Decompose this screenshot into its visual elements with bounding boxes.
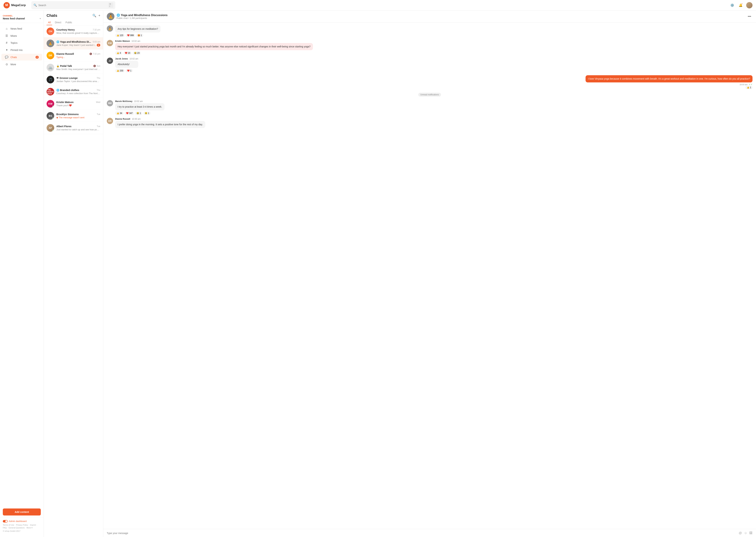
- globe-icon: 🌐: [116, 14, 120, 17]
- chat-more-button[interactable]: •••: [746, 14, 752, 19]
- tab-direct[interactable]: Direct: [54, 20, 63, 25]
- terms-link[interactable]: Terms of Use: [3, 524, 14, 526]
- chat-item-branded[interactable]: THENORTHFACE 🌐 Branded clothes Thu Court…: [44, 86, 103, 98]
- reaction[interactable]: ❤️ 23: [123, 51, 132, 55]
- muted-icon: 🔇: [89, 53, 92, 55]
- sidebar-item-topics[interactable]: # Topics: [1, 40, 42, 46]
- imprint-link[interactable]: Imprint: [30, 524, 36, 526]
- sidebar-item-more[interactable]: ⊙ More: [1, 61, 42, 68]
- avatar-image: DR: [47, 52, 54, 59]
- logo-area: M MegaCorp: [4, 2, 26, 8]
- sidebar-footer: Admin dashboard Terms of Use · Privacy P…: [0, 517, 44, 534]
- faq-link[interactable]: FAQ: [3, 527, 7, 529]
- chat-item-pedal[interactable]: 🚲 🔒 Pedal Talk 🔇 Sun Max Smith: Hey ever…: [44, 62, 103, 74]
- chat-item-yoga[interactable]: 🧘 🌐 Yoga and Mindfulness Di... 5:03 am J…: [44, 37, 103, 50]
- chat-name-row: Courtney Henry 7:32 pm: [56, 28, 100, 31]
- attachment-button[interactable]: 🖼: [749, 531, 752, 535]
- chat-info: Kristin Watson Wed Thank you!!!❤️: [56, 101, 100, 107]
- sidebar-item-pinned-mix[interactable]: ✦ Pinned mix: [1, 47, 42, 53]
- chats-badge: 2: [35, 56, 39, 59]
- app-name: MegaCorp: [11, 4, 26, 7]
- reaction[interactable]: 😡 1: [136, 34, 143, 37]
- new-chat-button[interactable]: +: [98, 14, 100, 18]
- general-questions-link[interactable]: General Questions: [9, 527, 25, 529]
- message-reactions: 👍 4 ❤️ 23 😂 23: [115, 51, 313, 55]
- channel-name: News feed channel: [3, 17, 25, 20]
- mention-button[interactable]: @: [739, 531, 742, 535]
- reaction[interactable]: 👍 34: [115, 111, 124, 115]
- chat-item-courtney[interactable]: CH Courtney Henry 7:32 pm Wow, that soun…: [44, 25, 103, 37]
- user-avatar[interactable]: [746, 2, 752, 8]
- sidebar-item-mixes[interactable]: ☰ Mixes: [1, 32, 42, 39]
- chat-item-brooklyn[interactable]: BS Brooklyn Simmons Tue ◆ The message wa…: [44, 110, 103, 122]
- message-reactions: 👍 123 ❤️ 999 😡 1: [115, 34, 160, 37]
- reaction[interactable]: 👍 4: [115, 51, 122, 55]
- message-bubble: Absolutely!: [115, 61, 138, 68]
- reaction[interactable]: 👍 233: [115, 69, 125, 72]
- search-chats-button[interactable]: 🔍: [92, 14, 96, 18]
- chevron-down-icon[interactable]: ▾: [40, 17, 41, 20]
- sidebar-item-chats[interactable]: 💬 Chats 2: [1, 54, 42, 61]
- topbar-right: ⚙️ 🔔: [730, 2, 752, 8]
- chat-info: Brooklyn Simmons Tue ◆ The message wasn'…: [56, 113, 100, 119]
- chat-preview: Jordan Taylor: I just discovered this am…: [56, 80, 100, 83]
- more-link[interactable]: More ▾: [26, 527, 32, 529]
- chat-preview: Thank you!!!❤️: [56, 104, 100, 107]
- avatar-image: JJ: [107, 58, 113, 64]
- chat-preview: Just wanted to catch up and see how you'…: [56, 128, 100, 131]
- chat-name-row: Kristin Watson Wed: [56, 101, 100, 103]
- reaction[interactable]: 😂 23: [133, 51, 141, 55]
- chat-item-groove[interactable]: 🎵 👁 Groove Lounge Thu Jordan Taylor: I j…: [44, 74, 103, 86]
- search-bar[interactable]: 🔍 ⌘ F: [31, 1, 115, 9]
- add-content-button[interactable]: Add content: [3, 509, 41, 516]
- more-icon: ⊙: [5, 62, 8, 66]
- reaction[interactable]: ❤️ 347: [125, 111, 134, 115]
- message-input[interactable]: [107, 532, 736, 535]
- privacy-link[interactable]: Privacy Policy: [16, 524, 28, 526]
- pinned-icon: ✦: [5, 48, 8, 52]
- message-avatar: MM: [107, 100, 113, 106]
- chat-item-kristin[interactable]: KW Kristin Watson Wed Thank you!!!❤️: [44, 98, 103, 110]
- channel-selector[interactable]: Channel News feed channel ▾: [0, 13, 44, 23]
- search-input[interactable]: [38, 4, 107, 7]
- reaction[interactable]: ❤️ 1: [126, 69, 133, 72]
- reaction[interactable]: ❤️ 999: [126, 34, 135, 37]
- admin-dashboard-link[interactable]: Admin dashboard: [3, 520, 41, 522]
- chat-info: Dianne Russell 🔇 7:32 pm Typing...: [56, 53, 100, 59]
- globe-icon: 🌐: [56, 89, 59, 92]
- copyright: © tchop GmbH 2017: [3, 530, 41, 532]
- chat-info: Courtney Henry 7:32 pm Wow, that sounds …: [56, 28, 100, 34]
- tab-all[interactable]: All: [47, 20, 52, 25]
- chats-title: Chats: [47, 13, 92, 18]
- admin-dashboard-label: Admin dashboard: [9, 520, 26, 522]
- chat-name-row: Brooklyn Simmons Tue: [56, 113, 100, 116]
- chat-avatar: KW: [47, 100, 54, 107]
- chats-actions: 🔍 +: [92, 14, 100, 18]
- tab-public[interactable]: Public: [64, 20, 73, 25]
- reaction[interactable]: 👍 1: [745, 86, 752, 89]
- chat-item-albert[interactable]: AF Albert Flores Tue Just wanted to catc…: [44, 122, 103, 134]
- chat-detail-avatar: 🧘: [107, 13, 114, 20]
- sidebar-item-news-feed[interactable]: ⌂ News feed: [1, 25, 42, 32]
- chat-name-row: 🌐 Yoga and Mindfulness Di... 5:03 am: [56, 40, 100, 43]
- emoji-button[interactable]: ☺: [744, 531, 747, 535]
- settings-icon[interactable]: ⚙️: [730, 2, 735, 8]
- notifications-icon[interactable]: 🔔: [738, 2, 743, 8]
- message-content: Jacob Jones 10:02 am Absolutely! 👍 233 ❤…: [115, 58, 138, 72]
- message-row: KW Kristin Watson 10:02 am Hey everyone!…: [107, 40, 752, 55]
- chat-detail-header: 🧘 🌐 Yoga and Mindfulness Discussions Pub…: [103, 11, 756, 22]
- chat-name: Kristin Watson: [56, 101, 73, 103]
- message-bubble: Any tips for beginners on meditation?: [115, 25, 160, 32]
- avatar-image: MM: [107, 100, 113, 106]
- reaction[interactable]: 😂 1: [135, 111, 142, 115]
- chat-avatar: 🎵: [47, 76, 54, 83]
- time-muted: 🔇 7:32 pm: [89, 53, 100, 55]
- reaction[interactable]: 👍 123: [115, 34, 125, 37]
- chats-list: CH Courtney Henry 7:32 pm Wow, that soun…: [44, 25, 103, 537]
- reaction[interactable]: 😢 1: [143, 111, 150, 115]
- chat-item-dianne[interactable]: DR Dianne Russell 🔇 7:32 pm Typing...: [44, 50, 103, 62]
- messages-area: 🧘 Any tips for beginners on meditation? …: [103, 22, 756, 529]
- chats-panel: Chats 🔍 + All Direct Public CH Courtney …: [44, 11, 103, 537]
- chat-time: Tue: [97, 125, 100, 128]
- chat-preview: Jane Kuper: Hey team! I just wanted to s…: [56, 44, 97, 46]
